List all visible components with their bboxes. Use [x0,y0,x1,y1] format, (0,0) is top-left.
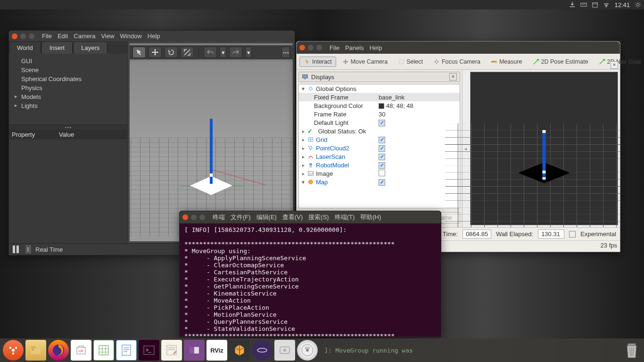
network-icon[interactable] [603,1,610,8]
pointcloud-checkbox[interactable] [379,145,385,152]
maximize-icon[interactable] [29,33,34,39]
menu-file[interactable]: File [330,44,339,51]
gazebo-titlebar[interactable]: File Edit Camera View Window Help [9,31,295,41]
maximize-icon[interactable] [316,45,322,50]
download-icon[interactable] [569,1,576,8]
menu-camera[interactable]: Camera [74,33,95,40]
tool-scale-icon[interactable] [181,47,194,58]
minimize-icon[interactable] [20,33,26,39]
displays-tree[interactable]: ▼Global Options Fixed Framebase_link Bac… [298,84,460,208]
minimize-icon[interactable] [308,45,314,50]
dock-disk-icon[interactable] [274,340,295,361]
tree-lights[interactable]: Lights [11,101,125,110]
dock-terminal-icon[interactable]: >_ [139,340,159,361]
close-icon[interactable] [12,33,17,39]
dock-dash-icon[interactable] [3,340,24,361]
tool-2d-pose[interactable]: 2D Pose Estimate [528,57,593,67]
tool-redo-icon[interactable] [229,47,242,58]
dock-gazebo-icon[interactable] [229,340,250,361]
dock-editor-icon[interactable] [161,340,182,361]
separator [198,48,199,57]
calendar-icon[interactable] [592,1,598,8]
tool-undo-icon[interactable] [204,47,217,58]
close-icon[interactable] [182,214,188,220]
menu-help[interactable]: 帮助(H) [360,213,381,222]
pause-button[interactable] [13,246,21,253]
dock-eclipse-icon[interactable] [252,340,272,361]
tool-select-icon[interactable] [132,47,146,58]
clock-time[interactable]: 12:41 [614,1,630,8]
tool-redo-dropdown-icon[interactable]: ▾ [245,47,252,58]
robot-model [543,130,546,180]
tool-undo-dropdown-icon[interactable]: ▾ [220,47,226,58]
tool-focus-camera[interactable]: Focus Camera [429,57,485,67]
dock-firefox-icon[interactable] [48,340,69,361]
menu-help[interactable]: Help [148,33,160,40]
dock-calc-icon[interactable] [93,340,114,361]
keyboard-icon[interactable] [580,1,587,8]
rviz-3d-view[interactable] [470,72,618,225]
dock-files-icon[interactable] [25,340,46,361]
default-light-checkbox[interactable] [379,120,385,126]
grid-checkbox[interactable] [379,137,385,143]
time-label: Time: [443,230,458,238]
tab-world[interactable]: World [9,41,41,54]
tree-spherical[interactable]: Spherical Coordinates [11,74,125,83]
menu-file[interactable]: 文件(F) [231,213,251,222]
image-checkbox[interactable] [379,170,385,176]
dock-rviz-icon[interactable]: RViz [206,340,227,361]
dock-app-icon[interactable] [184,340,205,361]
rviz-toolbar: Interact Move Camera Select Focus Camera… [297,54,620,70]
props-col-property: Property [12,131,59,138]
minimize-icon[interactable] [191,214,197,220]
gear-icon[interactable] [635,1,641,8]
tool-more-icon[interactable]: ⋯ [281,47,290,58]
menu-help[interactable]: Help [370,44,382,51]
dock-writer-icon[interactable] [116,340,137,361]
trash-icon[interactable] [622,340,641,361]
dock-terminal-text: ]: MoveGroup running was [320,347,620,354]
tab-insert[interactable]: Insert [41,41,73,54]
menu-view[interactable]: View [101,33,115,40]
laserscan-checkbox[interactable] [379,154,385,160]
rviz-titlebar[interactable]: File Panels Help [297,41,620,54]
tree-gui[interactable]: GUI [11,57,125,66]
tree-models[interactable]: Models [11,92,125,101]
menu-edit[interactable]: Edit [58,33,68,40]
menu-file[interactable]: File [42,33,52,40]
tree-physics[interactable]: Physics [11,83,125,92]
tool-rotate-icon[interactable] [165,47,178,58]
terminal-titlebar[interactable]: 终端 文件(F) 编辑(E) 查看(V) 搜索(S) 终端(T) 帮助(H) [180,211,441,223]
tree-scene[interactable]: Scene [11,66,125,74]
dock-software-icon[interactable]: UK [71,340,91,361]
map-checkbox[interactable] [379,179,385,186]
tool-move-icon[interactable] [149,47,162,58]
tool-move-camera[interactable]: Move Camera [338,57,392,67]
menu-panels[interactable]: Panels [345,44,364,51]
tool-interact[interactable]: Interact [299,57,336,67]
experimental-checkbox[interactable] [569,231,576,238]
svg-text:DVD: DVD [305,346,310,349]
robotmodel-checkbox[interactable] [379,162,385,169]
menu-edit[interactable]: 编辑(E) [256,213,277,222]
tab-layers[interactable]: Layers [73,41,107,54]
menu-search[interactable]: 搜索(S) [308,213,329,222]
tool-measure[interactable]: Measure [487,57,527,67]
menu-terminal[interactable]: 终端 [213,213,225,222]
terminal-window[interactable]: 终端 文件(F) 编辑(E) 查看(V) 搜索(S) 终端(T) 帮助(H) [… [179,211,441,337]
menu-view[interactable]: 查看(V) [282,213,303,222]
gazebo-tree[interactable]: GUI Scene Spherical Coordinates Physics … [9,54,127,124]
menu-window[interactable]: Window [120,33,142,40]
menu-terminal2[interactable]: 终端(T) [335,213,355,222]
displays-title[interactable]: Displays × [298,72,460,82]
close-icon[interactable] [299,45,305,50]
terminal-output[interactable]: [ INFO] [1586320737.430931128, 0.9260000… [180,223,441,337]
tool-select[interactable]: Select [394,57,427,67]
wall-field[interactable]: 130.31 [538,230,564,239]
tool-2d-nav[interactable]: 2D Nav Goal [594,57,644,67]
maximize-icon[interactable] [199,214,205,220]
time-field[interactable]: 0864.85 [462,230,491,239]
step-button[interactable] [26,246,31,253]
close-panel-icon[interactable]: × [449,73,457,81]
dock-dvd-icon[interactable]: DVD [297,340,318,361]
